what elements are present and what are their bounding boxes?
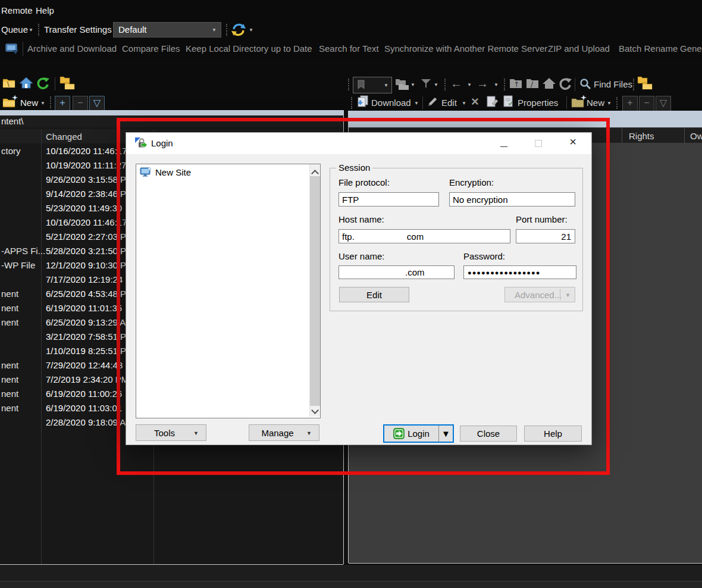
toolbar-grip[interactable] <box>504 79 505 90</box>
toolbar-grip[interactable] <box>616 97 618 109</box>
find-files-icon[interactable] <box>579 78 591 90</box>
new-folder-icon[interactable] <box>2 95 18 108</box>
home-gray-icon[interactable] <box>542 77 556 90</box>
login-dropdown-button[interactable]: ▼ <box>438 426 453 442</box>
unselect-files-button[interactable]: − <box>73 96 88 111</box>
toolbar-grip[interactable] <box>226 24 227 36</box>
root-directory-icon[interactable]: \ <box>2 77 15 89</box>
refresh-gray-icon[interactable] <box>558 77 572 91</box>
download-icon[interactable] <box>356 95 369 108</box>
properties-icon[interactable] <box>503 95 515 108</box>
forward-dropdown-icon[interactable]: ▼ <box>494 82 499 87</box>
close-dialog-button[interactable]: Close <box>460 426 517 442</box>
user-name-field[interactable]: .com <box>339 265 455 279</box>
session-icon[interactable] <box>5 42 19 56</box>
download-dropdown-icon[interactable]: ▼ <box>414 101 419 106</box>
close-button[interactable]: × <box>564 135 582 149</box>
maximize-button[interactable] <box>529 136 547 151</box>
new-button[interactable]: New <box>20 98 38 108</box>
help-button[interactable]: Help <box>524 426 582 442</box>
new-dropdown-icon[interactable]: ▼ <box>40 101 45 106</box>
toolbar-grip[interactable] <box>351 97 352 109</box>
toolbar-grip[interactable] <box>444 79 446 90</box>
refresh-icon[interactable] <box>36 76 50 90</box>
open-directory-icon[interactable] <box>59 76 76 91</box>
port-number-field[interactable]: 21 <box>516 229 575 243</box>
login-button[interactable]: Login ▼ <box>383 424 454 443</box>
edit-pencil-icon[interactable] <box>427 95 439 107</box>
file-protocol-field[interactable]: FTP <box>339 192 439 207</box>
encryption-field[interactable]: No encryption <box>449 192 575 207</box>
site-list[interactable]: New Site <box>136 164 321 418</box>
password-field[interactable]: ●●●●●●●●●●●●●●●● <box>463 265 576 279</box>
command-keep-up-to-date[interactable]: Keep Local Directory up to Date <box>186 43 312 54</box>
command-search-text[interactable]: Search for Text <box>319 43 379 54</box>
toolbar-grip[interactable] <box>38 24 39 36</box>
menu-remote[interactable]: Remote <box>1 5 33 15</box>
command-zip-upload[interactable]: ZIP and Upload <box>548 43 610 54</box>
advanced-dropdown-icon[interactable]: ▼ <box>565 292 571 298</box>
command-batch-rename[interactable]: Batch Rename <box>619 43 678 54</box>
site-list-item-new-site[interactable]: New Site <box>139 167 299 179</box>
toolbar-grip[interactable] <box>50 96 51 108</box>
command-compare-files[interactable]: Compare Files <box>122 43 180 54</box>
filter-button[interactable]: ▽ <box>89 96 105 111</box>
edit-dropdown-icon[interactable]: ▼ <box>462 101 466 106</box>
dialog-titlebar[interactable]: Login × <box>126 133 591 154</box>
forward-icon[interactable]: → <box>477 77 488 90</box>
toolbar-grip[interactable] <box>633 79 634 90</box>
local-path-bar[interactable]: ntent\ <box>0 115 343 127</box>
new-remote-dropdown-icon[interactable]: ▼ <box>607 101 612 106</box>
column-header-rights[interactable]: Rights <box>629 131 654 141</box>
column-header-owner[interactable]: Own <box>690 131 702 141</box>
advanced-button[interactable]: Advanced... ▼ <box>504 287 575 302</box>
menu-help[interactable]: Help <box>36 5 54 15</box>
scroll-down-icon[interactable] <box>312 405 318 415</box>
filter-funnel-icon[interactable] <box>420 78 432 89</box>
home-icon[interactable] <box>19 76 33 89</box>
synchronize-icon[interactable] <box>231 22 246 37</box>
column-divider[interactable] <box>622 128 622 143</box>
unselect-files-remote-button[interactable]: − <box>639 96 654 111</box>
find-files-button[interactable]: Find Files <box>594 79 632 89</box>
scrollbar-thumb[interactable] <box>310 176 320 406</box>
combo-dropdown-icon[interactable]: ▼ <box>212 27 217 33</box>
select-files-remote-button[interactable]: + <box>622 96 638 111</box>
command-archive-download[interactable]: Archive and Download <box>27 43 117 54</box>
rename-icon[interactable] <box>486 95 499 108</box>
delete-icon[interactable]: × <box>471 94 479 110</box>
download-button[interactable]: Download <box>371 98 411 108</box>
back-icon[interactable]: ← <box>450 77 462 90</box>
sync-browsing-icon[interactable] <box>637 76 654 91</box>
new-remote-button[interactable]: New <box>587 98 604 108</box>
transfer-settings-combo[interactable]: Default ▼ <box>113 22 221 37</box>
bookmark-dropdown-icon[interactable]: ▼ <box>384 83 388 88</box>
edit-site-button[interactable]: Edit <box>339 287 409 302</box>
edit-button[interactable]: Edit <box>441 98 457 108</box>
filter-remote-button[interactable]: ▽ <box>656 96 671 111</box>
parent-directory-icon[interactable]: ↑ <box>509 77 522 89</box>
filter-dropdown-icon[interactable]: ▼ <box>434 82 438 87</box>
directory-dropdown-icon[interactable]: ▼ <box>410 82 415 87</box>
queue-dropdown-icon[interactable]: ▼ <box>29 27 33 33</box>
back-dropdown-icon[interactable]: ▼ <box>467 82 472 87</box>
properties-button[interactable]: Properties <box>518 98 558 108</box>
directory-tree-icon[interactable] <box>395 77 409 90</box>
command-synchronize[interactable]: Synchronize with Another Remote Server <box>384 43 547 54</box>
minimize-button[interactable] <box>495 136 513 151</box>
column-divider[interactable] <box>684 128 685 143</box>
select-files-button[interactable]: + <box>55 96 70 111</box>
synchronize-dropdown-icon[interactable]: ▼ <box>249 27 253 33</box>
host-name-field[interactable]: ftp. com <box>339 229 510 243</box>
login-button-main[interactable]: Login <box>384 426 438 442</box>
new-gray-folder-icon[interactable] <box>571 95 587 108</box>
bookmark-combo[interactable]: ▼ <box>353 77 392 93</box>
column-header-changed[interactable]: Changed <box>46 132 82 142</box>
site-list-scrollbar[interactable] <box>309 164 320 417</box>
remote-path-bar[interactable] <box>349 111 702 127</box>
manage-button[interactable]: Manage ▼ <box>249 424 319 441</box>
root-directory-gray-icon[interactable]: / <box>526 77 539 89</box>
queue-button[interactable]: Queue <box>1 24 28 35</box>
tools-button[interactable]: Tools ▼ <box>136 424 206 441</box>
toolbar-grip[interactable] <box>348 79 349 90</box>
